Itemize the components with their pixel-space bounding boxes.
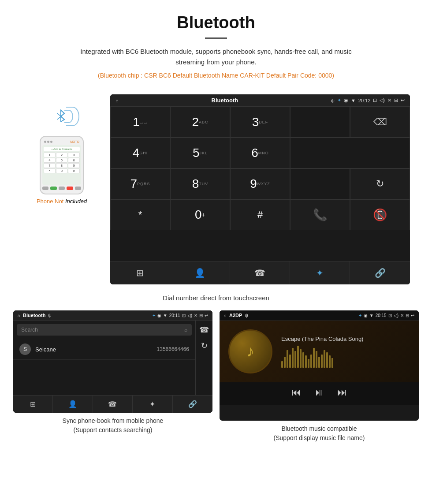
pb-vol-icon[interactable]: ◁) (187, 313, 192, 318)
music-win-icon[interactable]: ⊟ (406, 313, 409, 318)
dial-key-0[interactable]: 0+ (170, 199, 230, 230)
pb-search-bar[interactable]: Search ⌕ (17, 324, 192, 336)
pb-toolbar: ⊞ 👤 ☎ ✦ 🔗 (13, 395, 212, 413)
eq-bar (292, 348, 294, 368)
phonebook-panel: ⌂ Bluetooth ψ ✦ ◉ ▼ 20:11 ⊡ ◁) ✕ ⊟ ↩ (13, 310, 212, 443)
dial-key-2[interactable]: 2 ABC (170, 107, 230, 138)
phone-not-included-label: Phone Not Included (37, 198, 87, 205)
pb-contact-row[interactable]: S Seicane 13566664466 (13, 339, 195, 360)
phone-btn-right[interactable] (75, 187, 81, 190)
status-bt-icon: ✦ (337, 97, 341, 103)
music-title: A2DP (229, 313, 242, 318)
phone-key-9[interactable]: 9 (68, 163, 80, 168)
status-volume-icon[interactable]: ◁) (380, 97, 385, 103)
dial-key-hangup[interactable]: 📵 (350, 199, 410, 230)
phone-key-3[interactable]: 3 (68, 153, 80, 157)
music-info: Escape (The Pina Colada Song) (281, 336, 410, 368)
status-home-icon[interactable]: ⌂ (115, 98, 119, 103)
dial-key-star[interactable]: * (110, 199, 170, 230)
music-wifi-icon: ▼ (369, 313, 374, 318)
pb-bt-icon: ✦ (152, 313, 156, 318)
music-prev-btn[interactable]: ⏮ (291, 387, 301, 398)
status-camera-icon[interactable]: ⊡ (373, 97, 377, 103)
phone-key-7[interactable]: 7 (44, 163, 56, 168)
eq-bar (324, 350, 325, 368)
music-back-icon[interactable]: ↩ (411, 313, 414, 318)
music-controls: ⏮ ⏯ ⏭ (220, 382, 419, 405)
dial-key-6[interactable]: 6 MNO (230, 138, 290, 168)
music-status-bar: ⌂ A2DP ψ ✦ ◉ ▼ 20:15 ⊡ ◁) ✕ ⊟ ↩ (220, 310, 419, 321)
dial-key-reload[interactable]: ↻ (350, 168, 410, 199)
eq-bar (300, 349, 302, 368)
music-play-pause-btn[interactable]: ⏯ (314, 387, 324, 398)
phone-btn-center[interactable] (59, 187, 65, 190)
dial-key-call[interactable]: 📞 (290, 199, 350, 230)
pb-back-icon[interactable]: ↩ (205, 313, 208, 318)
pb-home-icon[interactable]: ⌂ (18, 313, 20, 318)
phone-key-hash[interactable]: # (68, 168, 80, 173)
bluetooth-symbol (56, 109, 65, 125)
music-time: 20:15 (376, 313, 387, 318)
dial-key-1[interactable]: 1 ◡◡ (110, 107, 170, 138)
music-note-icon: ♪ (246, 342, 254, 361)
dial-key-4[interactable]: 4 GHI (110, 138, 170, 168)
pb-usb-icon: ψ (48, 313, 51, 318)
phone-btn-call[interactable] (50, 187, 56, 190)
dial-key-9[interactable]: 9 WXYZ (230, 168, 290, 199)
pb-right-call-icon[interactable]: ☎ (199, 325, 209, 335)
phone-key-2[interactable]: 2 (56, 153, 68, 157)
toolbar-user-btn[interactable]: 👤 (170, 261, 230, 284)
phone-key-5[interactable]: 5 (56, 158, 68, 163)
phone-key-0[interactable]: 0 (56, 168, 68, 173)
music-panel: ⌂ A2DP ψ ✦ ◉ ▼ 20:15 ⊡ ◁) ✕ ⊟ ↩ (220, 310, 419, 443)
status-back-icon[interactable]: ↩ (401, 97, 405, 103)
phone-btn-left[interactable] (42, 187, 48, 190)
music-x-icon[interactable]: ✕ (400, 313, 404, 318)
phone-key-star[interactable]: * (44, 168, 56, 173)
pb-x-icon[interactable]: ✕ (194, 313, 197, 318)
status-window-icon[interactable]: ⊟ (394, 97, 398, 103)
dial-key-8[interactable]: 8 TUV (170, 168, 230, 199)
music-usb-icon: ψ (245, 313, 248, 318)
dial-key-backspace[interactable]: ⌫ (350, 107, 410, 138)
pb-search-icon[interactable]: ⌕ (184, 327, 187, 333)
dial-key-hash[interactable]: # (230, 199, 290, 230)
status-x-icon[interactable]: ✕ (387, 97, 391, 103)
pb-tool-grid[interactable]: ⊞ (13, 396, 53, 413)
eq-bar (308, 359, 309, 368)
pb-tool-bluetooth[interactable]: ✦ (133, 396, 172, 413)
phone-key-8[interactable]: 8 (56, 163, 68, 168)
toolbar-phone-btn[interactable]: ☎ (230, 261, 290, 284)
pb-tool-user[interactable]: 👤 (53, 396, 93, 413)
pb-tool-link[interactable]: 🔗 (173, 396, 212, 413)
phone-top-bar: MOTO (42, 140, 81, 145)
dial-section: MOTO + Add to Contacts 1 2 3 4 5 6 7 8 9… (0, 86, 432, 289)
music-camera-icon[interactable]: ⊡ (388, 313, 392, 318)
dial-key-7[interactable]: 7 PQRS (110, 168, 170, 199)
phone-btn-end[interactable] (67, 187, 73, 190)
pb-tool-phone[interactable]: ☎ (93, 396, 133, 413)
music-next-btn[interactable]: ⏭ (337, 387, 347, 398)
phone-key-4[interactable]: 4 (44, 158, 56, 163)
dial-status-bar: ⌂ Bluetooth ψ ✦ ◉ ▼ 20:12 ⊡ ◁) ✕ ⊟ ↩ (110, 94, 410, 107)
music-loc-icon: ◉ (364, 313, 368, 318)
pb-camera-icon[interactable]: ⊡ (182, 313, 186, 318)
toolbar-link-btn[interactable]: 🔗 (350, 261, 410, 284)
page-title: Bluetooth (9, 13, 423, 32)
pb-search-placeholder: Search (21, 327, 38, 333)
music-home-icon[interactable]: ⌂ (224, 313, 227, 318)
status-left: ⌂ (115, 98, 119, 103)
bluetooth-waves-icon (48, 103, 75, 131)
pb-title: Bluetooth (23, 313, 45, 318)
toolbar-grid-btn[interactable]: ⊞ (110, 261, 170, 284)
phone-key-6[interactable]: 6 (68, 158, 80, 163)
eq-bar (297, 346, 299, 368)
phone-key-1[interactable]: 1 (44, 153, 56, 157)
dial-key-3[interactable]: 3 DEF (230, 107, 290, 138)
pb-win-icon[interactable]: ⊟ (199, 313, 203, 318)
pb-right-reload-icon[interactable]: ↻ (201, 341, 208, 351)
dial-key-5[interactable]: 5 JKL (170, 138, 230, 168)
music-vol-icon[interactable]: ◁) (394, 313, 398, 318)
toolbar-bluetooth-btn[interactable]: ✦ (290, 261, 350, 284)
pb-wifi-icon: ▼ (163, 313, 168, 318)
